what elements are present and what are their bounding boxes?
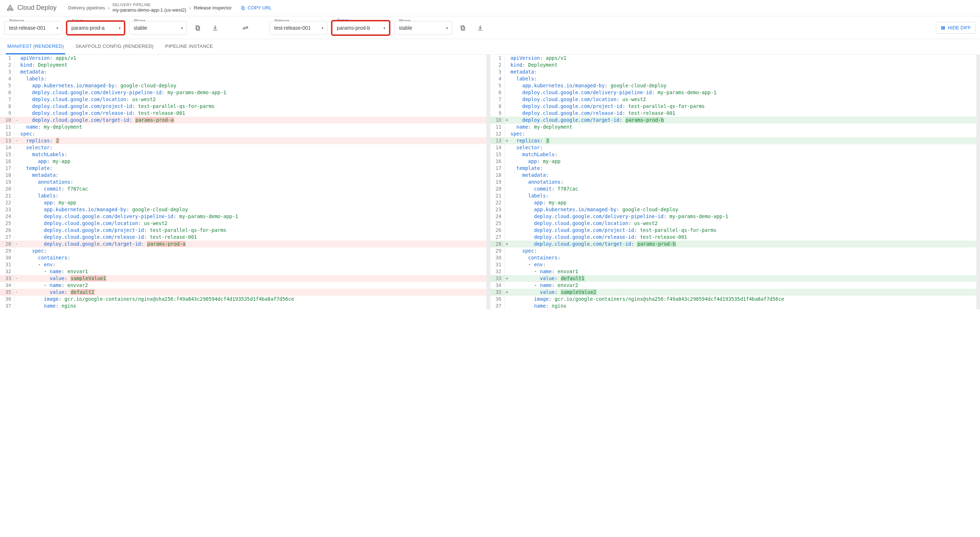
copy-left-button[interactable] xyxy=(191,21,204,34)
code-line: 32 - name: envvar1 xyxy=(0,268,490,275)
code-line: 27 deploy.cloud.google.com/release-id: t… xyxy=(490,234,980,241)
code-line: 3 metadata: xyxy=(490,69,980,75)
breadcrumb-page: Release Inspector xyxy=(194,5,232,11)
code-line: 31 - env: xyxy=(490,261,980,268)
code-line: 32 - name: envvar1 xyxy=(490,268,980,275)
code-line: 33- value: sampleValue1 xyxy=(0,275,490,282)
code-line: 10- deploy.cloud.google.com/target-id: p… xyxy=(0,117,490,124)
code-line: 11 name: my-deployment xyxy=(490,124,980,131)
breadcrumb-root[interactable]: Delivery pipelines xyxy=(68,5,105,11)
download-right-button[interactable] xyxy=(474,21,487,34)
code-line: 3 metadata: xyxy=(0,69,490,75)
code-line: 21 labels: xyxy=(490,193,980,199)
diff-area: 1 apiVersion: apps/v12 kind: Deployment3… xyxy=(0,55,980,309)
copy-right-button[interactable] xyxy=(456,21,469,34)
code-line: 24 deploy.cloud.google.com/delivery-pipe… xyxy=(490,213,980,220)
tab-manifest[interactable]: MANIFEST (RENDERED) xyxy=(6,39,65,54)
code-line: 22 app: my-app xyxy=(490,199,980,206)
code-line: 5 app.kubernetes.io/managed-by: google-c… xyxy=(490,82,980,89)
left-code[interactable]: 1 apiVersion: apps/v12 kind: Deployment3… xyxy=(0,55,490,309)
code-line: 5 app.kubernetes.io/managed-by: google-c… xyxy=(0,82,490,89)
code-line: 25 deploy.cloud.google.com/location: us-… xyxy=(490,220,980,227)
columns-icon xyxy=(940,25,946,30)
svg-rect-1 xyxy=(242,6,244,9)
code-line: 2 kind: Deployment xyxy=(490,62,980,69)
cloud-deploy-icon xyxy=(6,4,14,12)
code-line: 19 annotations: xyxy=(490,178,980,185)
code-line: 2 kind: Deployment xyxy=(0,62,490,69)
swap-sides-button[interactable] xyxy=(239,21,252,34)
hide-diff-button[interactable]: HIDE DIFF xyxy=(936,22,976,34)
code-line: 24 deploy.cloud.google.com/delivery-pipe… xyxy=(0,213,490,220)
code-line: 36 image: gcr.io/google-containers/nginx… xyxy=(490,296,980,303)
code-line: 8 deploy.cloud.google.com/project-id: te… xyxy=(490,103,980,110)
code-line: 18 metadata: xyxy=(490,172,980,178)
code-line: 10+ deploy.cloud.google.com/target-id: p… xyxy=(490,117,980,124)
code-line: 36 image: gcr.io/google-containers/nginx… xyxy=(0,296,490,303)
code-line: 11 name: my-deployment xyxy=(0,124,490,131)
code-line: 20 commit: f787cac xyxy=(490,185,980,193)
code-line: 29 spec: xyxy=(0,247,490,254)
code-line: 23 app.kubernetes.io/managed-by: google-… xyxy=(490,206,980,213)
chevron-right-icon: › xyxy=(188,5,192,11)
code-line: 17 template: xyxy=(490,165,980,172)
code-line: 28+ deploy.cloud.google.com/target-id: p… xyxy=(490,241,980,247)
tab-pipeline[interactable]: PIPELINE INSTANCE xyxy=(164,39,215,54)
code-line: 7 deploy.cloud.google.com/location: us-w… xyxy=(490,96,980,103)
right-phase-select[interactable]: Phase stable xyxy=(394,21,452,35)
right-scrollbar[interactable] xyxy=(976,55,980,309)
code-line: 15 matchLabels: xyxy=(0,151,490,158)
code-line: 8 deploy.cloud.google.com/project-id: te… xyxy=(0,103,490,110)
code-line: 23 app.kubernetes.io/managed-by: google-… xyxy=(0,206,490,213)
code-line: 34 - name: envvar2 xyxy=(0,282,490,289)
code-line: 26 deploy.cloud.google.com/project-id: t… xyxy=(0,227,490,234)
code-line: 16 app: my-app xyxy=(490,158,980,165)
svg-rect-6 xyxy=(942,26,942,29)
code-line: 37 name: nginx xyxy=(0,303,490,309)
code-line: 18 metadata: xyxy=(0,172,490,178)
code-line: 30 containers: xyxy=(0,254,490,261)
chevron-right-icon: › xyxy=(107,5,110,11)
svg-rect-0 xyxy=(242,7,244,10)
code-line: 9 deploy.cloud.google.com/release-id: te… xyxy=(0,110,490,117)
code-line: 35- value: default2 xyxy=(0,289,490,296)
svg-rect-2 xyxy=(197,27,200,30)
svg-rect-4 xyxy=(462,27,465,30)
left-scrollbar[interactable] xyxy=(486,55,490,309)
code-line: 26 deploy.cloud.google.com/project-id: t… xyxy=(490,227,980,234)
copy-icon xyxy=(240,5,245,11)
code-line: 21 labels: xyxy=(0,193,490,199)
left-target-select[interactable]: Target params-prod-a xyxy=(67,21,124,35)
code-line: 27 deploy.cloud.google.com/release-id: t… xyxy=(0,234,490,241)
code-line: 4 labels: xyxy=(0,75,490,82)
right-code[interactable]: 1 apiVersion: apps/v12 kind: Deployment3… xyxy=(490,55,980,309)
view-tabs: MANIFEST (RENDERED) SKAFFOLD CONFIG (REN… xyxy=(0,39,980,55)
code-line: 12 spec: xyxy=(0,131,490,137)
code-line: 1 apiVersion: apps/v1 xyxy=(490,55,980,62)
right-release-select[interactable]: Release test-release-001 xyxy=(269,21,328,35)
code-line: 34 - name: envvar2 xyxy=(490,282,980,289)
code-line: 30 containers: xyxy=(490,254,980,261)
code-line: 25 deploy.cloud.google.com/location: us-… xyxy=(0,220,490,227)
copy-url-button[interactable]: COPY URL xyxy=(237,4,275,12)
svg-rect-5 xyxy=(461,26,464,29)
right-pane: 1 apiVersion: apps/v12 kind: Deployment3… xyxy=(490,55,980,309)
right-target-select[interactable]: Target params-prod-b xyxy=(332,21,390,35)
code-line: 22 app: my-app xyxy=(0,199,490,206)
code-line: 1 apiVersion: apps/v1 xyxy=(0,55,490,62)
tab-skaffold[interactable]: SKAFFOLD CONFIG (RENDERED) xyxy=(74,39,155,54)
code-line: 19 annotations: xyxy=(0,178,490,185)
code-line: 6 deploy.cloud.google.com/delivery-pipel… xyxy=(0,89,490,96)
product-name: Cloud Deploy xyxy=(18,4,57,11)
code-line: 20 commit: f787cac xyxy=(0,185,490,193)
breadcrumb-pipeline[interactable]: DELIVERY PIPELINE my-params-demo-app-1 (… xyxy=(113,3,186,13)
code-line: 14 selector: xyxy=(0,144,490,151)
left-release-select[interactable]: Release test-release-001 xyxy=(4,21,62,35)
code-line: 29 spec: xyxy=(490,247,980,254)
code-line: 6 deploy.cloud.google.com/delivery-pipel… xyxy=(490,89,980,96)
code-line: 16 app: my-app xyxy=(0,158,490,165)
left-phase-select[interactable]: Phase stable xyxy=(129,21,187,35)
download-left-button[interactable] xyxy=(208,21,222,34)
code-line: 31 - env: xyxy=(0,261,490,268)
code-line: 13+ replicas: 3 xyxy=(490,137,980,144)
